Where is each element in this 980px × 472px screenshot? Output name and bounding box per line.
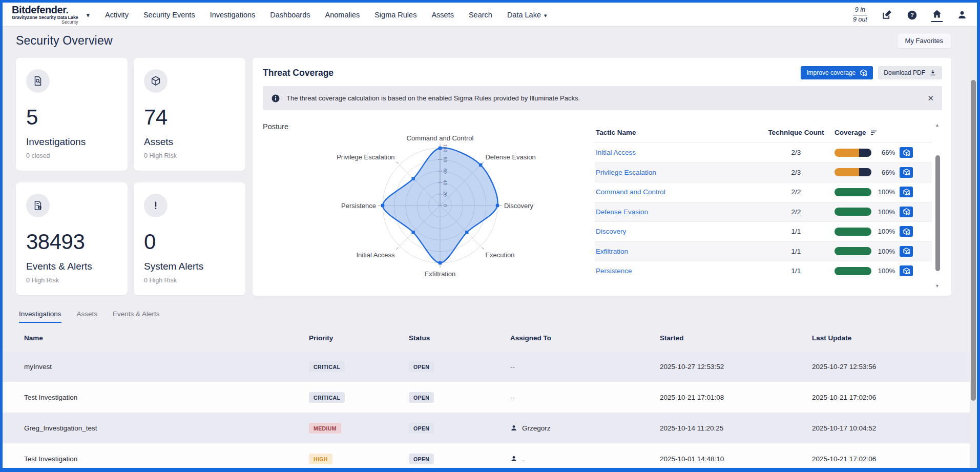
technique-count: 2/2 — [758, 188, 835, 196]
tactic-link[interactable]: Initial Access — [596, 149, 758, 156]
events-alerts-sub: 0 High Risk — [26, 277, 117, 284]
technique-count: 1/1 — [758, 228, 835, 235]
svg-text:?: ? — [910, 12, 914, 18]
nav-item-search[interactable]: Search — [469, 11, 492, 19]
assets-card[interactable]: 74 Assets 0 High Risk — [134, 58, 245, 171]
page-scrollbar-thumb[interactable] — [971, 80, 976, 401]
package-icon — [903, 228, 910, 235]
coverage-percent: 100% — [876, 267, 895, 275]
nav-item-sigma-rules[interactable]: Sigma Rules — [374, 11, 416, 19]
investigations-table-header: Name Priority Status Assigned To Started… — [3, 323, 970, 351]
threat-coverage-header: Threat Coverage Improve coverage Downloa… — [263, 66, 942, 79]
edit-icon[interactable] — [881, 9, 892, 20]
improve-tactic-button[interactable] — [900, 246, 913, 257]
nav-item-anomalies[interactable]: Anomalies — [325, 11, 360, 19]
table-row[interactable]: Greg_Investigation_testMEDIUMOPENGrzegor… — [3, 413, 970, 443]
product-switcher-caret-icon[interactable]: ▾ — [86, 11, 90, 19]
package-icon — [903, 149, 910, 156]
chevron-down-icon: ▾ — [544, 12, 547, 18]
improve-coverage-button[interactable]: Improve coverage — [801, 66, 873, 79]
info-banner-text: The threat coverage calculation is based… — [286, 94, 580, 102]
threat-coverage-body: Posture 020406080100Command and ControlD… — [263, 122, 942, 285]
assignee-name: Grzegorz — [522, 424, 551, 432]
investigations-count: 5 — [26, 105, 117, 130]
tactic-link[interactable]: Defense Evasion — [596, 208, 758, 216]
started-timestamp: 2025-10-01 14:48:10 — [660, 455, 812, 463]
improve-tactic-button[interactable] — [900, 147, 913, 158]
close-icon[interactable]: ✕ — [927, 94, 934, 102]
improve-tactic-button[interactable] — [900, 207, 913, 217]
priority-badge: MEDIUM — [309, 423, 341, 434]
document-search-icon — [26, 69, 50, 93]
tab-events-alerts[interactable]: Events & Alerts — [113, 310, 160, 323]
priority-badge: CRITICAL — [309, 392, 345, 403]
stat-cards: 5 Investigations 0 closed 74 Assets 0 Hi… — [16, 58, 245, 296]
info-banner: The threat coverage calculation is based… — [263, 86, 942, 110]
technique-count: 2/3 — [758, 169, 835, 176]
session-out: 9 out — [853, 15, 867, 24]
col-coverage: Coverage — [835, 129, 866, 136]
improve-tactic-button[interactable] — [900, 226, 913, 237]
alert-icon — [144, 194, 168, 217]
investigations-card[interactable]: 5 Investigations 0 closed — [16, 58, 128, 171]
package-icon — [903, 189, 910, 196]
svg-text:Initial Access: Initial Access — [356, 251, 395, 259]
scroll-down-icon[interactable]: ▼ — [935, 283, 940, 289]
nav-item-investigations[interactable]: Investigations — [210, 11, 256, 19]
top-navigation-bar: Bitdefender. GravityZone Security Data L… — [3, 3, 977, 27]
assignee-empty: -- — [510, 363, 515, 371]
technique-count: 1/1 — [758, 267, 835, 275]
col-started: Started — [660, 334, 812, 342]
package-icon — [903, 268, 910, 275]
tab-assets[interactable]: Assets — [77, 310, 98, 323]
nav-item-activity[interactable]: Activity — [105, 11, 129, 19]
technique-count: 2/2 — [758, 208, 835, 216]
table-row[interactable]: Test InvestigationHIGHOPEN.2025-10-01 14… — [3, 443, 970, 472]
bitdefender-logo: Bitdefender. GravityZone Security Data L… — [12, 5, 78, 25]
table-row[interactable]: myInvestCRITICALOPEN--2025-10-27 12:53:5… — [3, 351, 970, 382]
col-assigned-to: Assigned To — [510, 334, 660, 342]
table-row[interactable]: Test InvestigationCRITICALOPEN--2025-10-… — [3, 382, 970, 413]
nav-item-security-events[interactable]: Security Events — [143, 11, 195, 19]
investigations-label: Investigations — [26, 136, 117, 148]
tactic-link[interactable]: Persistence — [596, 267, 758, 275]
nav-item-dashboards[interactable]: Dashboards — [270, 11, 310, 19]
main-row: 5 Investigations 0 closed 74 Assets 0 Hi… — [3, 58, 977, 296]
system-alerts-card[interactable]: 0 System Alerts 0 High Risk — [134, 182, 245, 295]
col-priority: Priority — [309, 334, 409, 342]
user-account-icon[interactable] — [956, 9, 968, 20]
svg-text:Execution: Execution — [485, 251, 514, 259]
system-alerts-count: 0 — [144, 230, 235, 254]
coverage-bar — [835, 149, 871, 157]
coverage-scrollbar: ▲ ▼ — [934, 122, 942, 285]
tab-investigations[interactable]: Investigations — [19, 310, 61, 323]
tactic-link[interactable]: Exfiltration — [596, 248, 758, 255]
coverage-percent: 100% — [876, 188, 895, 196]
nav-item-assets[interactable]: Assets — [431, 11, 454, 19]
session-in-out-counter[interactable]: 9 in 9 out — [853, 6, 867, 24]
col-tactic-name: Tactic Name — [596, 129, 758, 136]
coverage-scrollbar-thumb[interactable] — [935, 155, 940, 271]
page-scrollbar[interactable] — [970, 27, 977, 468]
improve-tactic-button[interactable] — [900, 187, 913, 197]
nav-item-data-lake[interactable]: Data Lake▾ — [507, 11, 547, 19]
download-pdf-button[interactable]: Download PDF — [878, 66, 942, 79]
svg-text:Exfiltration: Exfiltration — [425, 270, 456, 278]
my-favorites-button[interactable]: My Favorites — [897, 33, 951, 49]
page-header: Security Overview My Favorites — [3, 27, 977, 58]
help-icon[interactable]: ? — [906, 9, 918, 20]
sort-icon[interactable] — [870, 130, 878, 136]
status-badge: OPEN — [409, 423, 434, 434]
investigation-name: Test Investigation — [24, 394, 309, 401]
tactic-link[interactable]: Command and Control — [596, 188, 758, 196]
improve-tactic-button[interactable] — [900, 265, 913, 276]
improve-tactic-button[interactable] — [900, 167, 913, 178]
posture-chart-block: Posture 020406080100Command and ControlD… — [263, 122, 595, 285]
tactic-link[interactable]: Privilege Escalation — [596, 169, 758, 176]
scroll-up-icon[interactable]: ▲ — [935, 122, 940, 128]
events-alerts-card[interactable]: 38493 Events & Alerts 0 High Risk — [16, 182, 128, 295]
coverage-row-defense-evasion: Defense Evasion2/2100% — [595, 202, 932, 222]
col-last-update: Last Update — [812, 334, 970, 342]
home-icon[interactable] — [931, 8, 943, 22]
tactic-link[interactable]: Discovery — [596, 228, 758, 235]
